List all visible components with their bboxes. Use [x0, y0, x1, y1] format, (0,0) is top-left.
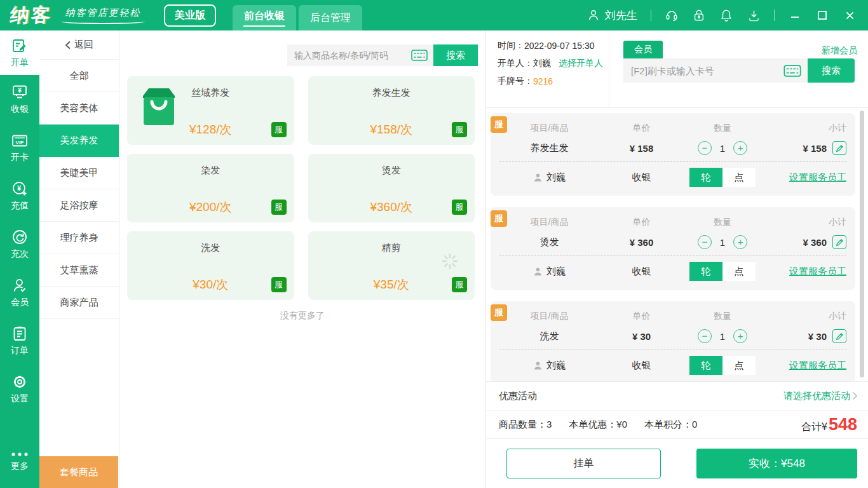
member-icon — [11, 277, 28, 294]
points-label: 本单积分： — [644, 419, 692, 430]
category-item-merchant-products[interactable]: 商家产品 — [39, 287, 119, 319]
quantity-decrease-button[interactable]: − — [698, 329, 712, 343]
bell-icon[interactable] — [719, 8, 733, 22]
member-card-input[interactable] — [631, 65, 783, 76]
divider — [651, 10, 651, 21]
category-item-hair-care[interactable]: 美发养发 — [39, 125, 119, 157]
sidebar-item-recharge[interactable]: ¥ 充值 — [0, 172, 39, 220]
select-operator-link[interactable]: 选择开单人 — [559, 58, 603, 69]
dashed-divider — [499, 349, 846, 350]
product-card-hair-growth[interactable]: 养发生发 ¥158/次 服 — [308, 76, 475, 145]
toggle-assign[interactable]: 点 — [722, 168, 756, 187]
product-card-hair-dye[interactable]: 染发 ¥200/次 服 — [127, 154, 294, 222]
service-badge: 服 — [271, 122, 287, 137]
cashier-icon: ¥ — [11, 84, 28, 100]
lock-icon[interactable] — [692, 8, 706, 22]
dashed-divider — [499, 255, 846, 256]
select-promo-link[interactable]: 请选择优惠活动 — [783, 390, 850, 402]
category-item-physiotherapy[interactable]: 理疗养身 — [39, 222, 119, 254]
category-item-moxibustion[interactable]: 艾草熏蒸 — [39, 254, 119, 287]
active-tab-underline — [243, 25, 285, 27]
cart-list: 服 项目/商品 单价 数量 小计 养发生发 ¥ 158 − 1 + ¥ 158 — [486, 108, 868, 381]
sidebar-item-member[interactable]: 会员 — [0, 268, 39, 316]
sidebar-item-open-card[interactable]: VIP 开卡 — [0, 123, 39, 172]
dashed-divider — [499, 161, 846, 162]
quantity-decrease-button[interactable]: − — [698, 235, 712, 249]
sidebar-item-more[interactable]: 更多 — [0, 437, 39, 485]
sidebar-item-refill-times[interactable]: 充次 — [0, 220, 39, 268]
edit-price-icon[interactable] — [832, 141, 846, 155]
service-badge: 服 — [452, 200, 467, 215]
member-search-button[interactable]: 搜索 — [808, 58, 855, 83]
sidebar-item-cashier[interactable]: ¥ 收银 — [0, 75, 39, 123]
commission-toggle: 轮 点 — [675, 168, 770, 187]
window-close-icon[interactable] — [843, 8, 857, 22]
set-staff-link[interactable]: 设置服务员工 — [789, 172, 846, 182]
product-search-input[interactable] — [294, 50, 411, 60]
username: 刘先生 — [605, 8, 637, 23]
item-unit-price: ¥ 158 — [608, 143, 675, 154]
back-button[interactable]: 返回 — [39, 30, 119, 60]
category-item-all[interactable]: 全部 — [39, 60, 119, 92]
toggle-assign[interactable]: 点 — [722, 262, 756, 281]
toggle-rotate[interactable]: 轮 — [689, 168, 722, 187]
discount-value: ¥0 — [616, 419, 627, 430]
keyboard-icon[interactable] — [411, 50, 428, 61]
set-staff-link[interactable]: 设置服务员工 — [789, 266, 846, 276]
set-staff-link[interactable]: 设置服务员工 — [789, 360, 846, 370]
product-card-precision-cut[interactable]: 精剪 ¥35/次 服 — [308, 231, 475, 300]
quantity-increase-button[interactable]: + — [733, 235, 747, 249]
cart-scrollbar[interactable] — [860, 111, 864, 377]
product-card-siyu-hair-care[interactable]: 丝域养发 ¥128/次 服 — [127, 76, 294, 145]
toggle-rotate[interactable]: 轮 — [689, 262, 722, 281]
member-tab[interactable]: 会员 — [623, 41, 663, 58]
quantity-label: 商品数量： — [499, 419, 546, 430]
product-search-button[interactable]: 搜索 — [433, 44, 478, 66]
user-account[interactable]: 刘先生 — [587, 8, 637, 23]
quantity-increase-button[interactable]: + — [733, 141, 747, 155]
pay-button[interactable]: 实收：¥548 — [696, 449, 857, 478]
service-badge: 服 — [271, 200, 287, 215]
window-minimize-icon[interactable] — [788, 8, 802, 22]
item-subtotal: ¥ 360 — [803, 237, 827, 248]
refill-times-icon — [11, 229, 28, 245]
headset-icon[interactable] — [665, 8, 679, 22]
package-products-button[interactable]: 套餐商品 — [39, 456, 118, 488]
checkout-footer: 挂单 实收：¥548 — [486, 438, 868, 488]
hold-order-button[interactable]: 挂单 — [506, 449, 661, 478]
download-icon[interactable] — [747, 8, 761, 22]
quantity-value: 1 — [720, 331, 725, 342]
keyboard-icon[interactable] — [783, 65, 801, 77]
sidebar-item-open-bill[interactable]: 开单 — [0, 30, 39, 75]
category-item-foot-massage[interactable]: 足浴按摩 — [39, 189, 119, 222]
total-label: 合计¥ — [801, 421, 827, 434]
cart-item: 服 项目/商品 单价 数量 小计 洗发 ¥ 30 − 1 + ¥ 30 — [491, 301, 855, 381]
product-card-perm[interactable]: 烫发 ¥360/次 服 — [308, 154, 475, 222]
edit-price-icon[interactable] — [832, 235, 846, 249]
product-card-shampoo[interactable]: 洗发 ¥30/次 服 — [127, 231, 294, 300]
staff-role: 收银 — [608, 360, 675, 372]
product-area: 搜索 丝域养发 ¥128/次 服 养发生发 ¥158/次 服 染发 ¥200/次… — [119, 30, 486, 488]
toggle-rotate[interactable]: 轮 — [689, 356, 722, 375]
tab-back-management[interactable]: 后台管理 — [299, 5, 362, 30]
tab-front-cashier[interactable]: 前台收银 — [233, 5, 296, 30]
quantity-increase-button[interactable]: + — [733, 329, 747, 343]
quantity-decrease-button[interactable]: − — [698, 141, 712, 155]
category-item-beauty-body[interactable]: 美容美体 — [39, 92, 119, 125]
add-member-link[interactable]: 新增会员 — [822, 45, 857, 57]
edit-price-icon[interactable] — [832, 329, 846, 343]
quantity-value: 1 — [720, 237, 725, 248]
item-subtotal: ¥ 30 — [808, 331, 827, 342]
toggle-assign[interactable]: 点 — [722, 356, 756, 375]
points-value: 0 — [692, 419, 697, 430]
svg-text:¥: ¥ — [17, 184, 22, 192]
member-card-box — [623, 58, 808, 83]
sidebar-item-orders[interactable]: 订单 — [0, 316, 39, 365]
category-item-lash-nail[interactable]: 美睫美甲 — [39, 157, 119, 189]
time-value: 2022-09-07 15:30 — [524, 41, 595, 51]
bill-icon — [11, 37, 28, 54]
item-unit-price: ¥ 30 — [608, 331, 675, 342]
commission-toggle: 轮 点 — [675, 356, 770, 375]
window-maximize-icon[interactable] — [815, 8, 829, 22]
sidebar-item-settings[interactable]: 设置 — [0, 365, 39, 413]
